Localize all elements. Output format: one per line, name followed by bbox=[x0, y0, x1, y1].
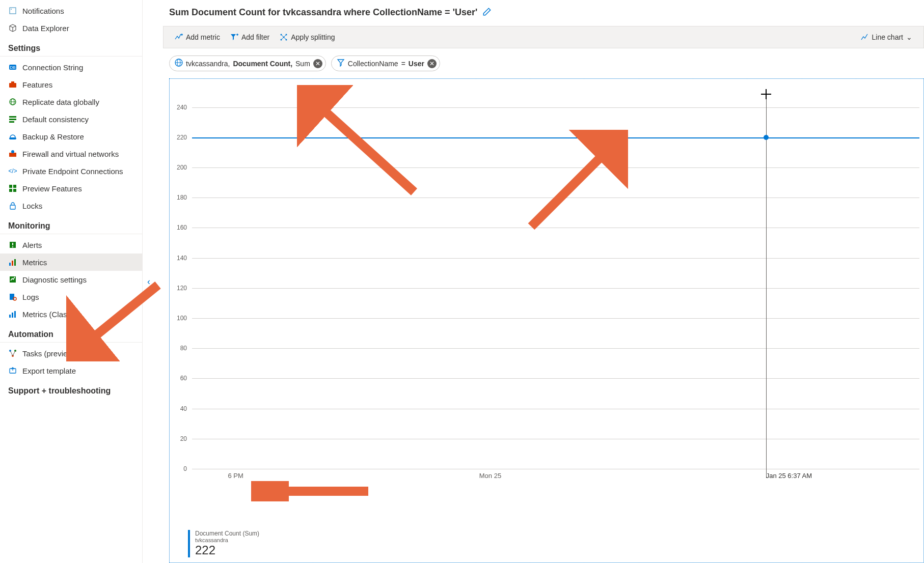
heading-monitoring: Monitoring bbox=[0, 214, 142, 234]
grid-line bbox=[192, 348, 919, 349]
svg-point-14 bbox=[11, 150, 14, 153]
btn-label: Add metric bbox=[186, 33, 220, 41]
y-tick-label: 20 bbox=[180, 435, 187, 442]
y-tick-label: 140 bbox=[177, 255, 187, 262]
nav-label: Preview Features bbox=[22, 184, 82, 193]
logs-icon bbox=[8, 292, 17, 301]
y-tick-label: 240 bbox=[177, 104, 187, 111]
svg-rect-17 bbox=[13, 185, 16, 188]
svg-rect-10 bbox=[9, 119, 16, 120]
db-icon: DB bbox=[8, 63, 17, 72]
svg-rect-0 bbox=[10, 8, 16, 14]
nav-label: Features bbox=[22, 80, 52, 89]
crosshair-icon bbox=[761, 89, 771, 99]
svg-rect-23 bbox=[12, 246, 13, 247]
svg-rect-5 bbox=[11, 81, 14, 83]
grid-icon bbox=[8, 184, 17, 193]
grid-line bbox=[192, 318, 919, 319]
pill-resource: tvkcassandra, bbox=[186, 60, 230, 68]
filter-pill[interactable]: CollectionName = User ✕ bbox=[331, 55, 440, 71]
toolbox-icon bbox=[8, 80, 17, 89]
svg-rect-30 bbox=[9, 315, 11, 318]
btn-label: Line chart bbox=[872, 33, 903, 41]
apply-splitting-button[interactable]: Apply splitting bbox=[275, 30, 340, 44]
nav-export-template[interactable]: Export template bbox=[0, 362, 142, 379]
diagnostic-icon bbox=[8, 275, 17, 284]
y-tick-label: 80 bbox=[180, 345, 187, 352]
nav-connection-string[interactable]: DBConnection String bbox=[0, 59, 142, 76]
remove-filter-icon[interactable]: ✕ bbox=[427, 59, 437, 68]
nav-alerts[interactable]: Alerts bbox=[0, 236, 142, 254]
grid-line bbox=[192, 378, 919, 379]
nav-preview-features[interactable]: Preview Features bbox=[0, 180, 142, 197]
svg-rect-4 bbox=[9, 83, 16, 88]
nav-private-endpoint[interactable]: </>Private Endpoint Connections bbox=[0, 162, 142, 180]
chart-type-dropdown[interactable]: Line chart ⌄ bbox=[856, 30, 917, 44]
svg-rect-25 bbox=[12, 261, 13, 266]
add-filter-icon bbox=[230, 33, 238, 41]
cursor-line bbox=[766, 92, 767, 478]
firewall-icon bbox=[8, 149, 17, 158]
metrics-toolbar: Add metric Add filter Apply splitting Li… bbox=[163, 26, 924, 48]
svg-line-45 bbox=[307, 95, 414, 192]
grid-line bbox=[192, 409, 919, 409]
legend-value: 222 bbox=[195, 543, 259, 557]
svg-rect-24 bbox=[9, 263, 11, 266]
nav-features[interactable]: Features bbox=[0, 76, 142, 93]
pill-metric-name: Document Count, bbox=[233, 60, 292, 68]
nav-label: Connection String bbox=[22, 63, 83, 72]
resource-icon bbox=[175, 59, 183, 68]
svg-rect-9 bbox=[9, 116, 16, 118]
svg-rect-12 bbox=[9, 137, 16, 139]
y-tick-label: 160 bbox=[177, 224, 187, 231]
svg-line-48 bbox=[76, 285, 158, 351]
nav-consistency[interactable]: Default consistency bbox=[0, 110, 142, 128]
y-tick-label: 200 bbox=[177, 164, 187, 171]
svg-text:DB: DB bbox=[10, 65, 15, 70]
svg-rect-16 bbox=[9, 185, 12, 188]
nav-metrics[interactable]: Metrics bbox=[0, 254, 142, 271]
bell-icon bbox=[8, 6, 17, 15]
svg-text:</>: </> bbox=[9, 167, 17, 175]
lock-icon bbox=[8, 201, 17, 210]
x-tick-label: Mon 25 bbox=[479, 472, 501, 480]
svg-rect-18 bbox=[9, 189, 12, 192]
remove-metric-icon[interactable]: ✕ bbox=[313, 59, 322, 68]
add-filter-button[interactable]: Add filter bbox=[225, 30, 275, 44]
main-content: Sum Document Count for tvkcassandra wher… bbox=[155, 0, 924, 563]
nav-locks[interactable]: Locks bbox=[0, 197, 142, 214]
nav-label: Notifications bbox=[22, 7, 64, 15]
nav-label: Export template bbox=[22, 367, 76, 375]
nav-label: Metrics bbox=[22, 258, 47, 267]
svg-rect-13 bbox=[9, 153, 16, 157]
heading-settings: Settings bbox=[0, 37, 142, 57]
globe-icon bbox=[8, 97, 17, 106]
y-tick-label: 40 bbox=[180, 405, 187, 412]
nav-data-explorer[interactable]: Data Explorer bbox=[0, 19, 142, 37]
x-tick-label: 6 PM bbox=[228, 472, 243, 480]
nav-backup[interactable]: Backup & Restore bbox=[0, 128, 142, 145]
btn-label: Apply splitting bbox=[291, 33, 335, 41]
svg-point-1 bbox=[11, 9, 12, 10]
pill-agg: Sum bbox=[295, 60, 310, 68]
btn-label: Add filter bbox=[241, 33, 269, 41]
add-metric-icon bbox=[175, 33, 183, 41]
nav-label: Locks bbox=[22, 202, 42, 210]
nav-replicate[interactable]: Replicate data globally bbox=[0, 93, 142, 110]
svg-rect-22 bbox=[12, 243, 13, 245]
add-metric-button[interactable]: Add metric bbox=[170, 30, 225, 44]
chart-area[interactable]: 0204060801001201401601802002202406 PMMon… bbox=[169, 78, 924, 563]
alert-icon bbox=[8, 240, 17, 249]
grid-line bbox=[192, 288, 919, 289]
y-tick-label: 220 bbox=[177, 134, 187, 141]
metric-pill[interactable]: tvkcassandra, Document Count, Sum ✕ bbox=[169, 55, 326, 71]
nav-firewall[interactable]: Firewall and virtual networks bbox=[0, 145, 142, 162]
metrics-classic-icon bbox=[8, 309, 17, 319]
metrics-icon bbox=[8, 258, 17, 267]
y-tick-label: 120 bbox=[177, 285, 187, 292]
edit-title-icon[interactable] bbox=[482, 7, 492, 18]
pill-filter-value: User bbox=[409, 60, 424, 68]
chart-title: Sum Document Count for tvkcassandra wher… bbox=[169, 7, 477, 18]
nav-label: Firewall and virtual networks bbox=[22, 150, 119, 158]
nav-notifications[interactable]: Notifications bbox=[0, 2, 142, 19]
